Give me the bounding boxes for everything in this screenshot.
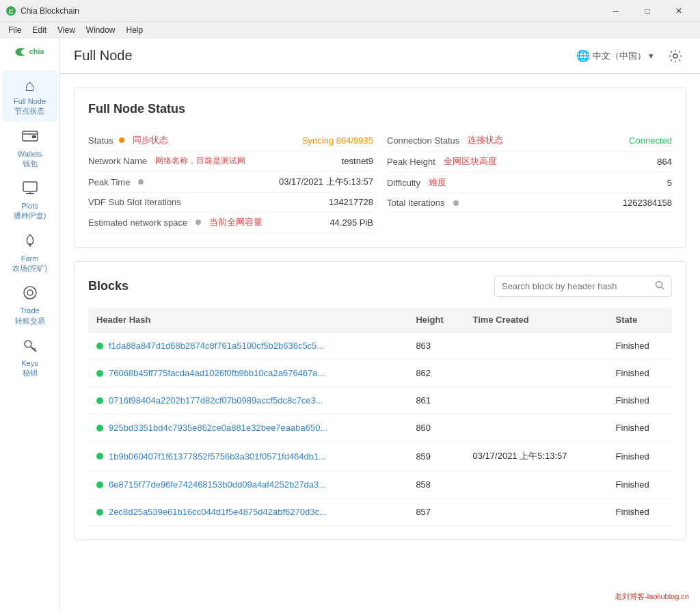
cell-time xyxy=(465,414,608,442)
svg-text:chia: chia xyxy=(29,47,44,55)
total-iter-value: 1262384158 xyxy=(623,198,672,208)
total-iter-label: Total Iterations xyxy=(387,198,445,208)
sidebar-item-trade[interactable]: Trade转账交易 xyxy=(3,280,57,331)
table-row[interactable]: 0716f98404a2202b177d82cf07b0989accf5dc8c… xyxy=(88,387,672,414)
cell-state: Finished xyxy=(608,332,672,360)
svg-point-16 xyxy=(673,54,677,58)
hash-dot xyxy=(96,397,103,404)
cell-time: 03/17/2021 上午5:13:57 xyxy=(465,442,608,471)
status-card-title: Full Node Status xyxy=(88,102,672,116)
status-row-total-iter: Total Iterations 1262384158 xyxy=(387,194,672,213)
table-row[interactable]: 76068b45ff775facda4ad1026f0fb9bb10ca2a67… xyxy=(88,360,672,387)
minimize-button[interactable]: ─ xyxy=(600,0,632,22)
table-header: Header Hash Height Time Created State xyxy=(88,308,672,332)
table-row[interactable]: 925bd3351bd4c7935e862ce0a881e32bee7eaaba… xyxy=(88,414,672,442)
sidebar-item-wallets[interactable]: Wallets钱包 xyxy=(3,123,57,174)
svg-point-17 xyxy=(656,282,662,288)
keys-icon xyxy=(22,338,38,357)
top-header: Full Node 🌐 中文（中国） ▾ xyxy=(60,38,700,74)
close-button[interactable]: ✕ xyxy=(663,0,695,22)
cell-state: Finished xyxy=(608,414,672,442)
peak-height-chinese: 全网区块高度 xyxy=(444,155,497,168)
total-iter-dot xyxy=(453,200,459,206)
cell-height: 862 xyxy=(407,360,464,387)
table-row[interactable]: 1b9b060407f1f61377852f5756b3a301f0571fd4… xyxy=(88,442,672,471)
status-row-vdf: VDF Sub Slot Iterations 134217728 xyxy=(88,193,373,212)
connection-chinese: 连接状态 xyxy=(468,134,503,146)
peak-time-dot xyxy=(138,179,144,185)
app-icon: C xyxy=(5,5,16,16)
sidebar-item-farm[interactable]: Farm农场(挖矿) xyxy=(3,228,57,279)
menu-window[interactable]: Window xyxy=(81,24,121,36)
hash-dot xyxy=(96,343,103,349)
hash-text: 76068b45ff775facda4ad1026f0fb9bb10ca2a67… xyxy=(109,368,325,378)
network-space-chinese: 当前全网容量 xyxy=(209,216,262,228)
maximize-button[interactable]: □ xyxy=(632,0,663,22)
cell-height: 859 xyxy=(407,442,464,471)
settings-button[interactable] xyxy=(664,45,686,67)
svg-point-13 xyxy=(25,341,31,347)
network-space-value: 44.295 PiB xyxy=(329,217,373,228)
cell-time xyxy=(465,332,608,360)
home-icon: ⌂ xyxy=(25,76,35,95)
network-space-dot xyxy=(196,220,201,225)
hash-dot xyxy=(96,370,103,377)
sidebar-item-plots[interactable]: Plots播种(P盘) xyxy=(3,175,57,226)
page-title: Full Node xyxy=(74,48,571,64)
hash-text: 6e8715f77de96fe742468153b0dd09a4af4252b2… xyxy=(109,479,326,490)
menu-edit[interactable]: Edit xyxy=(27,24,52,36)
table-row[interactable]: 2ec8d25a539e61b16cc044d1f5e4875d42abf627… xyxy=(88,499,672,526)
blocks-header: Blocks xyxy=(88,276,672,297)
status-card: Full Node Status Status 同步状态 Syncing 864… xyxy=(74,88,686,248)
cell-state: Finished xyxy=(608,499,672,526)
menu-view[interactable]: View xyxy=(52,24,81,36)
connection-label: Connection Status xyxy=(387,135,459,146)
difficulty-value: 5 xyxy=(667,178,672,188)
blocks-table: Header Hash Height Time Created State f1… xyxy=(88,308,672,526)
menu-help[interactable]: Help xyxy=(121,24,149,36)
search-icon xyxy=(655,280,664,292)
cell-hash: 925bd3351bd4c7935e862ce0a881e32bee7eaaba… xyxy=(88,414,407,442)
status-left-column: Status 同步状态 Syncing 864/9935 Network Nam… xyxy=(88,130,373,233)
language-button[interactable]: 🌐 中文（中国） ▾ xyxy=(571,47,659,65)
sidebar-farm-label: Farm农场(挖矿) xyxy=(12,254,47,274)
table-row[interactable]: 6e8715f77de96fe742468153b0dd09a4af4252b2… xyxy=(88,471,672,499)
plots-icon xyxy=(22,181,38,200)
cell-state: Finished xyxy=(608,360,672,387)
gear-icon xyxy=(669,49,682,63)
cell-time xyxy=(465,471,608,499)
sidebar-item-keys[interactable]: Keys秘钥 xyxy=(3,332,57,384)
cell-hash: 6e8715f77de96fe742468153b0dd09a4af4252b2… xyxy=(88,471,407,499)
chia-logo-svg: chia xyxy=(14,44,46,60)
sidebar-item-full-node[interactable]: ⌂ Full Node节点状态 xyxy=(3,70,57,122)
sidebar-wallets-label: Wallets钱包 xyxy=(18,149,42,169)
svg-rect-7 xyxy=(23,182,37,191)
search-input[interactable] xyxy=(502,281,651,291)
status-value-syncing: Syncing 864/9935 xyxy=(302,135,373,146)
status-row-peak-height: Peak Height 全网区块高度 864 xyxy=(387,151,672,172)
cell-hash: 76068b45ff775facda4ad1026f0fb9bb10ca2a67… xyxy=(88,360,407,387)
status-row-difficulty: Difficulty 难度 5 xyxy=(387,172,672,194)
hash-dot xyxy=(96,509,103,516)
trade-icon xyxy=(22,285,38,304)
search-box[interactable] xyxy=(494,276,672,297)
hash-text: 0716f98404a2202b177d82cf07b0989accf5dc8c… xyxy=(109,395,323,406)
status-row-peak-time: Peak Time 03/17/2021 上午5:13:57 xyxy=(88,172,373,193)
cell-state: Finished xyxy=(608,442,672,471)
cell-hash: f1da88a847d1d68b2874c8f761a5100cf5b2b636… xyxy=(88,332,407,360)
status-dot-orange xyxy=(119,137,124,143)
farm-icon xyxy=(22,233,38,252)
svg-rect-6 xyxy=(32,135,36,138)
vdf-label: VDF Sub Slot Iterations xyxy=(88,197,181,207)
hash-dot xyxy=(96,425,103,432)
table-row[interactable]: f1da88a847d1d68b2874c8f761a5100cf5b2b636… xyxy=(88,332,672,360)
connection-value: Connected xyxy=(629,135,672,146)
status-chinese: 同步状态 xyxy=(133,134,168,146)
cell-hash: 1b9b060407f1f61377852f5756b3a301f0571fd4… xyxy=(88,442,407,471)
wallet-icon xyxy=(22,129,38,148)
cell-hash: 0716f98404a2202b177d82cf07b0989accf5dc8c… xyxy=(88,387,407,414)
hash-dot xyxy=(96,481,103,488)
menu-file[interactable]: File xyxy=(3,24,27,36)
cell-height: 857 xyxy=(407,499,464,526)
content-area[interactable]: Full Node Status Status 同步状态 Syncing 864… xyxy=(60,74,700,610)
